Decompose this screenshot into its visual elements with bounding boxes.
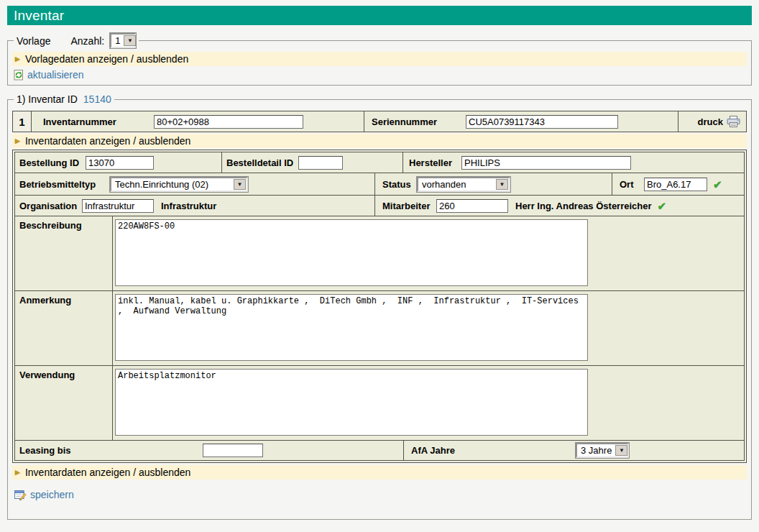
bestelldetail-id-label: Bestelldetail ID bbox=[226, 157, 298, 168]
betriebsmitteltyp-select-value: Techn.Einrichtung (02) bbox=[111, 179, 234, 190]
inventar-id-value: 15140 bbox=[83, 93, 111, 105]
druck-label: druck bbox=[698, 116, 723, 127]
toggle-arrow-icon: ▶ bbox=[15, 56, 20, 63]
aktualisieren-link[interactable]: aktualisieren bbox=[27, 69, 84, 81]
page-title: Inventar bbox=[7, 6, 752, 25]
toggle-arrow-icon: ▶ bbox=[15, 469, 20, 476]
ort-input[interactable] bbox=[644, 178, 707, 191]
inventarnummer-input[interactable] bbox=[154, 115, 303, 129]
printer-icon[interactable] bbox=[727, 116, 740, 127]
row-number: 1 bbox=[13, 111, 32, 132]
hersteller-input[interactable] bbox=[461, 156, 631, 170]
inventar-section: 1) Inventar ID 15140 1 Inventarnummer Se… bbox=[7, 93, 752, 520]
afa-jahre-select-value: 3 Jahre bbox=[577, 445, 615, 456]
hersteller-label: Hersteller bbox=[409, 157, 461, 168]
leasing-bis-label: Leasing bis bbox=[19, 445, 203, 456]
mitarbeiter-valid-check-icon: ✔ bbox=[658, 201, 667, 211]
inventardaten-toggle-top-label: Inventardaten anzeigen / ausblenden bbox=[25, 135, 190, 147]
status-select[interactable]: vorhanden ▼ bbox=[417, 177, 510, 192]
beschreibung-textarea[interactable]: 220AW8FS-00 bbox=[115, 219, 588, 286]
status-select-value: vorhanden bbox=[418, 179, 496, 190]
leasing-afa-row: Leasing bis AfA Jahre 3 Jahre ▼ bbox=[15, 440, 744, 460]
toggle-arrow-icon: ▶ bbox=[15, 138, 20, 145]
seriennummer-label: Seriennummer bbox=[372, 116, 466, 127]
mitarbeiter-label: Mitarbeiter bbox=[382, 201, 436, 211]
chevron-down-icon: ▼ bbox=[234, 179, 246, 190]
mitarbeiter-display: Herr Ing. Andreas Österreicher bbox=[515, 201, 652, 211]
inventarnummer-label: Inventarnummer bbox=[43, 116, 154, 127]
bestellung-row: Bestellung ID Bestelldetail ID Herstelle… bbox=[15, 152, 744, 173]
inventardaten-panel: Bestellung ID Bestelldetail ID Herstelle… bbox=[12, 150, 747, 463]
verwendung-label: Verwendung bbox=[15, 366, 113, 440]
vorlagedaten-toggle-label: Vorlagedaten anzeigen / ausblenden bbox=[25, 53, 188, 65]
anmerkung-textarea[interactable]: inkl. Manual, kabel u. Graphikkarte , Di… bbox=[115, 294, 588, 361]
anzahl-select[interactable]: 1 ▼ bbox=[110, 33, 136, 48]
bestellung-id-label: Bestellung ID bbox=[19, 157, 86, 168]
anmerkung-row: Anmerkung inkl. Manual, kabel u. Graphik… bbox=[15, 290, 744, 365]
verwendung-textarea[interactable]: Arbeitsplatzmonitor bbox=[115, 369, 588, 436]
chevron-down-icon: ▼ bbox=[615, 445, 627, 456]
anmerkung-label: Anmerkung bbox=[15, 291, 113, 365]
beschreibung-row: Beschreibung 220AW8FS-00 bbox=[15, 216, 744, 290]
bestellung-id-input[interactable] bbox=[86, 156, 154, 170]
betriebsmitteltyp-select[interactable]: Techn.Einrichtung (02) ▼ bbox=[110, 177, 248, 192]
verwendung-row: Verwendung Arbeitsplatzmonitor bbox=[15, 365, 744, 440]
organisation-row: Organisation Infrastruktur Mitarbeiter H… bbox=[15, 195, 744, 216]
inventardaten-toggle-bottom-label: Inventardaten anzeigen / ausblenden bbox=[25, 467, 190, 478]
save-edit-icon bbox=[14, 490, 27, 500]
vorlage-legend: Vorlage bbox=[17, 35, 50, 47]
inventar-legend: 1) Inventar ID bbox=[17, 93, 78, 105]
identification-row: 1 Inventarnummer Seriennummer druck bbox=[12, 111, 747, 132]
organisation-input[interactable] bbox=[82, 199, 154, 213]
inventardaten-toggle-bottom[interactable]: ▶ Inventardaten anzeigen / ausblenden bbox=[12, 465, 747, 480]
chevron-down-icon: ▼ bbox=[124, 35, 136, 46]
status-label: Status bbox=[382, 179, 417, 190]
organisation-label: Organisation bbox=[19, 201, 82, 211]
inventardaten-toggle-top[interactable]: ▶ Inventardaten anzeigen / ausblenden bbox=[12, 134, 747, 148]
ort-valid-check-icon: ✔ bbox=[713, 179, 722, 190]
typ-status-ort-row: Betriebsmitteltyp Techn.Einrichtung (02)… bbox=[15, 173, 744, 195]
ort-label: Ort bbox=[620, 179, 638, 190]
organisation-display: Infrastruktur bbox=[161, 201, 216, 211]
refresh-icon bbox=[14, 70, 24, 81]
afa-jahre-select[interactable]: 3 Jahre ▼ bbox=[576, 443, 629, 458]
anzahl-select-value: 1 bbox=[111, 35, 124, 46]
mitarbeiter-input[interactable] bbox=[436, 199, 508, 213]
betriebsmitteltyp-label: Betriebsmitteltyp bbox=[19, 179, 110, 190]
chevron-down-icon: ▼ bbox=[496, 179, 508, 190]
afa-jahre-label: AfA Jahre bbox=[411, 445, 576, 456]
beschreibung-label: Beschreibung bbox=[15, 216, 113, 290]
seriennummer-input[interactable] bbox=[466, 115, 618, 129]
speichern-link[interactable]: speichern bbox=[30, 489, 74, 500]
vorlagedaten-toggle[interactable]: ▶ Vorlagedaten anzeigen / ausblenden bbox=[12, 52, 747, 66]
bestelldetail-id-input[interactable] bbox=[298, 156, 343, 170]
leasing-bis-input[interactable] bbox=[203, 444, 263, 457]
vorlage-section: Vorlage Anzahl: 1 ▼ ▶ Vorlagedaten anzei… bbox=[7, 33, 752, 86]
anzahl-label: Anzahl: bbox=[70, 35, 104, 47]
